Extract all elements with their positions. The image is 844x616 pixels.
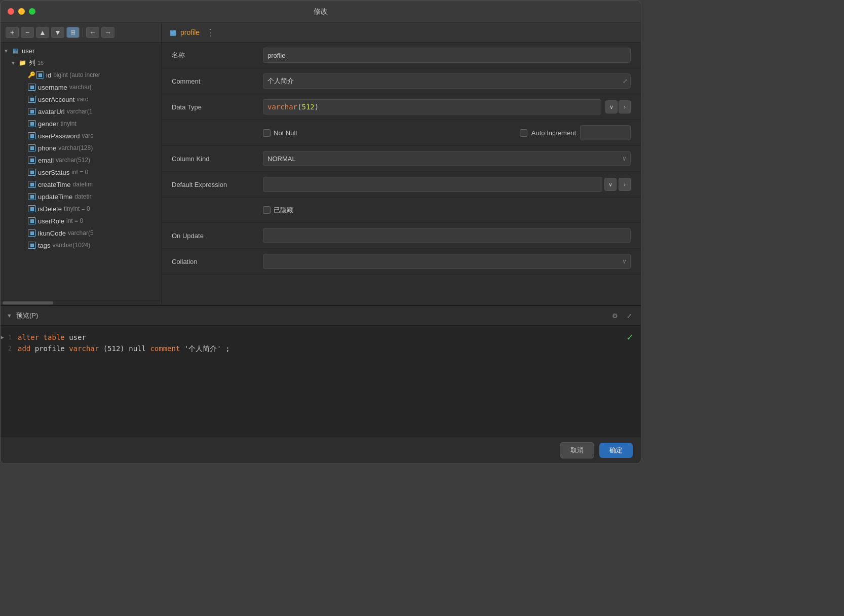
not-null-checkbox[interactable]	[263, 129, 271, 137]
code-keyword-alter: alter	[18, 333, 39, 341]
confirm-button[interactable]: 确定	[599, 443, 633, 458]
column-type: varchar(1024)	[53, 242, 91, 249]
column-type-icon: ▦	[28, 108, 36, 115]
tree-item-gender[interactable]: ▦ gender tinyint	[1, 118, 161, 130]
tree-item-isDelete[interactable]: ▦ isDelete tinyint = 0	[1, 203, 161, 215]
tree-item-createTime[interactable]: ▦ createTime datetim	[1, 178, 161, 190]
more-options-button[interactable]: ⋮	[204, 28, 217, 37]
minimize-button[interactable]	[18, 8, 25, 15]
column-type: varc	[76, 96, 88, 103]
move-up-button[interactable]: ▲	[36, 27, 49, 38]
data-type-dropdown-button[interactable]: ∨	[605, 100, 618, 113]
code-area: 1 2 alter table user add profile varchar…	[1, 326, 641, 437]
column-type-icon: ▦	[36, 71, 44, 79]
tree-item-userPassword[interactable]: ▦ userPassword varc	[1, 130, 161, 142]
code-type: varchar	[69, 344, 99, 353]
sidebar-scrollbar[interactable]	[1, 300, 161, 305]
preview-title: 预览(P)	[16, 311, 605, 320]
tree-item-userRole[interactable]: ▦ userRole int = 0	[1, 215, 161, 227]
line-number-2: 2	[8, 343, 12, 354]
toolbar-separator	[83, 28, 83, 37]
maximize-button[interactable]	[29, 8, 35, 15]
column-type: bigint (auto increr	[53, 71, 100, 79]
not-null-row: Not Null Auto Increment	[162, 120, 641, 146]
default-expression-input[interactable]	[263, 177, 602, 192]
sidebar: + − ▲ ▼ ⊞ ← →	[1, 23, 162, 305]
tree-item-tags[interactable]: ▦ tags varchar(1024)	[1, 239, 161, 251]
column-name: phone	[38, 144, 56, 152]
default-expression-input-group: ∨ ›	[263, 177, 631, 192]
dtype-number: 512	[301, 103, 314, 111]
comment-input[interactable]	[263, 73, 631, 89]
cancel-button[interactable]: 取消	[560, 442, 594, 458]
default-expr-dropdown-button[interactable]: ∨	[604, 178, 617, 191]
column-type: varchar(5	[68, 229, 94, 237]
data-type-actions: ∨ ›	[605, 100, 631, 113]
back-button[interactable]: ←	[86, 27, 99, 38]
name-input[interactable]	[263, 48, 631, 63]
auto-increment-checkbox[interactable]	[520, 129, 527, 137]
column-kind-select-wrapper: NORMAL ∨	[263, 151, 631, 166]
column-type: varchar(	[69, 84, 92, 91]
window-controls	[8, 8, 35, 15]
column-type: tinyint	[60, 120, 76, 127]
column-name: isDelete	[38, 205, 62, 213]
collation-label: Collation	[172, 258, 263, 265]
column-type-icon: ▦	[28, 144, 36, 151]
data-type-display[interactable]: varchar(512)	[263, 99, 601, 114]
collation-select[interactable]	[263, 254, 631, 269]
column-type: varchar(1	[67, 108, 93, 115]
data-type-next-button[interactable]: ›	[619, 100, 631, 113]
comment-control: ⤢	[263, 73, 631, 89]
remove-column-button[interactable]: −	[21, 27, 34, 38]
forward-button[interactable]: →	[101, 27, 114, 38]
move-down-button[interactable]: ▼	[51, 27, 64, 38]
default-expr-next-button[interactable]: ›	[619, 178, 631, 191]
scrollbar-thumb	[3, 301, 53, 304]
code-content[interactable]: alter table user add profile varchar (51…	[15, 326, 641, 437]
tree-item-columns-group[interactable]: ▼ 📁 列 16	[1, 57, 161, 69]
column-name: id	[46, 71, 51, 79]
column-type-icon: ▦	[28, 217, 36, 224]
code-null: null	[129, 344, 150, 353]
column-type-icon: ▦	[28, 193, 36, 200]
expand-comment-button[interactable]: ⤢	[622, 76, 629, 86]
auto-increment-label: Auto Increment	[531, 129, 576, 137]
tree-item-avatarUrl[interactable]: ▦ avatarUrl varchar(1	[1, 105, 161, 118]
column-name: avatarUrl	[38, 108, 65, 115]
tree-item-ikunCode[interactable]: ▦ ikunCode varchar(5	[1, 227, 161, 239]
hidden-checkbox[interactable]	[263, 206, 271, 214]
table-icon: ▦	[11, 47, 20, 54]
preview-actions: ⚙ ⤢	[609, 310, 635, 321]
column-type-icon: ▦	[28, 84, 36, 91]
line-number-1: 1	[8, 332, 12, 343]
tree-item-user-table[interactable]: ▼ ▦ user	[1, 45, 161, 57]
column-type: varc	[82, 132, 93, 139]
tree-item-phone[interactable]: ▦ phone varchar(128)	[1, 142, 161, 154]
column-kind-row: Column Kind NORMAL ∨	[162, 146, 641, 172]
column-kind-control: NORMAL ∨	[263, 151, 631, 166]
tree-item-id[interactable]: 🔑 ▦ id bigint (auto increr	[1, 69, 161, 81]
close-button[interactable]	[8, 8, 14, 15]
settings-icon[interactable]: ⚙	[609, 310, 621, 321]
tree-item-username[interactable]: ▦ username varchar(	[1, 81, 161, 93]
tree-item-email[interactable]: ▦ email varchar(512)	[1, 154, 161, 166]
data-type-row: Data Type varchar(512) ∨ ›	[162, 94, 641, 120]
add-column-button[interactable]: +	[6, 27, 19, 38]
window-title: 修改	[314, 7, 328, 16]
column-name: email	[38, 157, 54, 164]
auto-increment-input[interactable]	[580, 125, 631, 140]
tree-item-userStatus[interactable]: ▦ userStatus int = 0	[1, 166, 161, 178]
tree-item-userAccount[interactable]: ▦ userAccount varc	[1, 93, 161, 105]
pin-button[interactable]: ⊞	[66, 27, 80, 38]
external-link-icon[interactable]: ⤢	[624, 310, 635, 321]
not-null-control: Not Null Auto Increment	[263, 125, 631, 140]
on-update-input[interactable]	[263, 228, 631, 243]
column-kind-select[interactable]: NORMAL	[263, 151, 631, 166]
column-type: int = 0	[71, 169, 88, 176]
code-table-name: user	[69, 333, 86, 341]
tree-item-updateTime[interactable]: ▦ updateTime datetir	[1, 190, 161, 203]
columns-group-label: 列	[29, 58, 35, 67]
code-comment-value: '个人简介'	[184, 344, 221, 353]
sidebar-tree: ▼ ▦ user ▼ 📁 列 16 🔑 ▦ id bigint	[1, 43, 161, 300]
